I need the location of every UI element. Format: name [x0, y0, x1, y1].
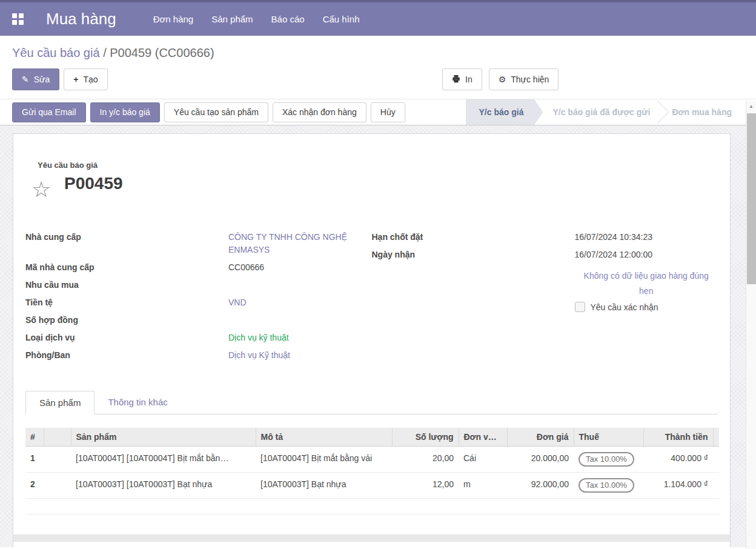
cell-subtotal: 400.000 ₫ [643, 447, 713, 473]
action-gear-button[interactable]: ⚙ Thực hiện [489, 68, 559, 90]
cell-handle [44, 447, 71, 473]
step-purchase-order[interactable]: Đơn mua hàng [662, 99, 741, 125]
statusbar: Gửi qua Email In y/c báo giá Yêu cầu tạo… [0, 99, 756, 125]
table-row[interactable]: 2 [10AT0003T] [10AT0003T] Bạt nhựa [10AT… [25, 473, 719, 499]
cell-description: [10AT0004T] Bịt mắt bằng vải [256, 447, 392, 473]
cell-qty: 20,00 [392, 447, 459, 473]
field-label-vendor-code: Mã nhà cung cấp [25, 259, 228, 276]
record-name: P00459 [64, 173, 718, 193]
request-product-button[interactable]: Yêu cầu tạo sản phẩm [164, 102, 268, 122]
cell-price: 92.000,00 [507, 473, 574, 499]
menu-products[interactable]: Sản phẩm [202, 8, 262, 30]
cancel-button[interactable]: Hủy [371, 102, 405, 122]
col-handle [44, 428, 71, 447]
notebook-tabs: Sản phẩm Thông tin khác [25, 391, 718, 414]
plus-icon: + [73, 75, 78, 84]
field-value-order-deadline: 16/07/2024 10:34:23 [575, 228, 718, 246]
breadcrumb-parent-link[interactable]: Yêu cầu báo giá [12, 46, 100, 59]
top-navbar: Mua hàng Đơn hàng Sản phẩm Báo cáo Cấu h… [0, 0, 756, 36]
favorite-star-icon[interactable]: ☆ [31, 179, 51, 201]
pencil-icon: ✎ [22, 75, 29, 84]
breadcrumb: Yêu cầu báo giá / P00459 (CC00666) [12, 45, 756, 61]
field-value-department[interactable]: Dịch vụ Kỹ thuật [228, 347, 372, 364]
field-label-contract-no: Số hợp đồng [25, 311, 228, 329]
main-menu: Đơn hàng Sản phẩm Báo cáo Cấu hình [144, 8, 369, 30]
vertical-scrollbar[interactable]: ▲ [746, 101, 756, 549]
printer-icon [452, 75, 460, 84]
cell-description: [10AT0003T] Bạt nhựa [256, 473, 392, 499]
field-label-vendor: Nhà cung cấp [25, 228, 228, 259]
field-value-receipt-date: 16/07/2024 12:00:00 [575, 246, 718, 264]
record-type-label: Yêu cầu báo giá [38, 161, 718, 170]
cell-uom: Cái [459, 447, 507, 473]
menu-reports[interactable]: Báo cáo [262, 8, 314, 30]
section-divider [13, 534, 730, 542]
col-index[interactable]: # [25, 428, 44, 447]
field-label-department: Phòng/Ban [25, 347, 228, 364]
cell-index: 2 [25, 473, 44, 499]
field-value-vendor[interactable]: CÔNG TY TNHH CÔNG NGHỆ ENMASYS [228, 228, 372, 259]
field-label-currency: Tiền tệ [25, 294, 228, 311]
field-group-right: Hạn chốt đặt 16/07/2024 10:34:23 Ngày nh… [372, 228, 718, 364]
tax-badge: Tax 10.00% [579, 478, 634, 493]
cell-subtotal: 1.104.000 ₫ [643, 473, 713, 499]
table-empty-row [25, 499, 719, 514]
status-steps: Y/c báo giá Y/c báo giá đã được gửi Đơn … [466, 99, 741, 125]
send-email-button[interactable]: Gửi qua Email [12, 102, 86, 122]
col-product[interactable]: Sản phẩm [71, 428, 256, 447]
order-lines-table: # Sản phẩm Mô tả Số lượng Đơn v… Đơn giá… [25, 428, 719, 514]
menu-orders[interactable]: Đơn hàng [144, 8, 203, 30]
step-rfq[interactable]: Y/c báo giá [466, 99, 543, 125]
field-value-contract-no [228, 311, 372, 329]
cell-product: [10AT0004T] [10AT0004T] Bịt mắt bằn… [71, 447, 256, 473]
apps-grid-icon[interactable] [11, 13, 24, 26]
col-uom[interactable]: Đơn v… [459, 428, 507, 447]
field-label-service-type: Loại dịch vụ [25, 329, 228, 347]
scroll-up-arrow-icon[interactable]: ▲ [746, 101, 756, 111]
field-value-vendor-code: CC00666 [228, 259, 372, 276]
breadcrumb-separator: / [103, 46, 110, 59]
field-value-service-type[interactable]: Dịch vụ kỹ thuật [228, 329, 372, 347]
form-view-background: Yêu cầu báo giá P00459 ☆ Nhà cung cấp CÔ… [0, 125, 756, 547]
tab-products[interactable]: Sản phẩm [25, 391, 94, 414]
field-label-receipt-date: Ngày nhận [372, 246, 575, 264]
control-panel: Yêu cầu báo giá / P00459 (CC00666) ✎ Sửa… [0, 36, 756, 90]
col-qty[interactable]: Số lượng [392, 428, 459, 447]
table-row[interactable]: 1 [10AT0004T] [10AT0004T] Bịt mắt bằn… [… [25, 447, 719, 473]
column-options-icon[interactable]: ⋮ [713, 428, 719, 447]
tab-other-info[interactable]: Thông tin khác [94, 391, 181, 414]
scrollbar-thumb[interactable] [747, 113, 756, 284]
field-value-purchase-need [228, 276, 372, 294]
cell-qty: 12,00 [392, 473, 459, 499]
cell-index: 1 [25, 447, 44, 473]
on-time-delivery-note: Không có dữ liệu giao hàng đúng hẹn [575, 264, 718, 300]
tax-badge: Tax 10.00% [579, 452, 634, 467]
cell-uom: m [459, 473, 507, 499]
menu-config[interactable]: Cấu hình [314, 8, 369, 30]
field-value-currency[interactable]: VND [228, 294, 372, 311]
confirm-checkbox[interactable] [575, 302, 585, 312]
app-title[interactable]: Mua hàng [46, 10, 116, 28]
create-button[interactable]: + Tạo [64, 68, 107, 90]
cell-tax: Tax 10.00% [574, 473, 643, 499]
form-sheet: Yêu cầu báo giá P00459 ☆ Nhà cung cấp CÔ… [13, 133, 731, 547]
confirm-checkbox-label: Yêu cầu xác nhận [591, 302, 658, 312]
step-rfq-sent[interactable]: Y/c báo giá đã được gửi [543, 99, 660, 125]
col-description[interactable]: Mô tả [256, 428, 392, 447]
breadcrumb-current: P00459 (CC00666) [110, 46, 214, 59]
print-button[interactable]: In [442, 68, 482, 90]
field-label-order-deadline: Hạn chốt đặt [372, 228, 575, 246]
print-rfq-button[interactable]: In y/c báo giá [90, 102, 160, 122]
col-tax[interactable]: Thuế [574, 428, 643, 447]
col-subtotal[interactable]: Thành tiền [643, 428, 713, 447]
field-label-purchase-need: Nhu cầu mua [25, 276, 228, 294]
table-header-row: # Sản phẩm Mô tả Số lượng Đơn v… Đơn giá… [25, 428, 719, 447]
confirm-order-button[interactable]: Xác nhận đơn hàng [273, 102, 366, 122]
cell-product: [10AT0003T] [10AT0003T] Bạt nhựa [71, 473, 256, 499]
edit-button[interactable]: ✎ Sửa [12, 68, 59, 90]
field-group-left: Nhà cung cấp CÔNG TY TNHH CÔNG NGHỆ ENMA… [25, 228, 372, 364]
col-price[interactable]: Đơn giá [507, 428, 574, 447]
cell-tax: Tax 10.00% [574, 447, 643, 473]
cell-price: 20.000,00 [507, 447, 574, 473]
cell-handle [44, 473, 71, 499]
